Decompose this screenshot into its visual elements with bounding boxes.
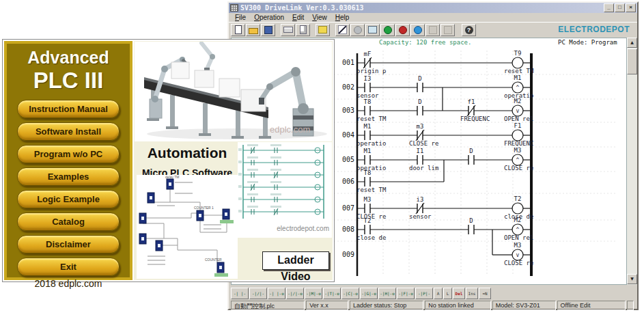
promo-button-catalog[interactable]: Catalog xyxy=(17,212,120,231)
transfer-button[interactable] xyxy=(365,24,380,36)
menu-edit[interactable]: Edit xyxy=(288,14,308,21)
svg-text:COUNTER: COUNTER xyxy=(205,258,222,262)
promo-button-exit[interactable]: Exit xyxy=(17,258,120,276)
print-button[interactable] xyxy=(281,24,295,36)
status-segment-0: 自動門控制.plc xyxy=(231,301,305,310)
screen: SV300 DriveLink Ver:0.3.030613 _ □ × Fil… xyxy=(0,0,644,317)
svg-text:I1: I1 xyxy=(417,148,424,154)
ladder-rung-009[interactable]: 009vM3CLOSE re xyxy=(342,242,533,266)
svg-text:FREQUENC: FREQUENC xyxy=(504,140,533,147)
svg-text:v: v xyxy=(516,108,520,114)
help-button[interactable]: ? xyxy=(462,24,476,36)
promo-button-logic-example[interactable]: Logic Example xyxy=(17,190,120,208)
promo-button-software-install[interactable]: Software Install xyxy=(17,122,120,141)
ladder-tool-del[interactable]: Del xyxy=(453,288,465,299)
menu-help[interactable]: Help xyxy=(331,14,354,21)
ladder-tool-mo[interactable]: -|M|-o xyxy=(305,288,322,299)
ladder-tool-fo[interactable]: -|F|-o xyxy=(397,288,415,299)
promo-button-disclaimer[interactable]: Disclaimer xyxy=(17,235,120,253)
ladder-rung-002[interactable]: 002I3sensorD^M1operatio xyxy=(342,74,533,111)
svg-text:i3: i3 xyxy=(417,196,424,203)
ladder-tool-to[interactable]: -|T|-o xyxy=(323,288,341,299)
open-button[interactable] xyxy=(246,24,260,36)
svg-text:OPEN rel: OPEN rel xyxy=(504,115,533,122)
svg-text:003: 003 xyxy=(342,107,354,114)
robot-photo: edplc.com xyxy=(135,42,332,141)
minimize-button[interactable]: _ xyxy=(604,3,614,12)
scroll-thumb[interactable] xyxy=(627,49,637,74)
ladder-element-toolbar: -| |--|/|--| |-o-|/|-o-|M|-o-|T|-o-|C|-o… xyxy=(231,287,492,300)
close-button[interactable]: × xyxy=(626,3,636,12)
ladder-tool-go[interactable]: -|G|-o xyxy=(360,288,378,299)
svg-text:sensor: sensor xyxy=(409,213,432,220)
ladder-tool-[interactable]: -| |- xyxy=(231,288,249,299)
svg-text:009: 009 xyxy=(342,251,354,258)
ladder-tool-l[interactable]: L xyxy=(443,288,452,299)
svg-text:operatio: operatio xyxy=(356,165,386,171)
monitor-blue-button[interactable] xyxy=(410,24,425,36)
ladder-tool-co[interactable]: -|C|-o xyxy=(341,288,359,299)
promo-footer: 2018 edplc.com xyxy=(35,278,102,289)
disabled-button-1[interactable] xyxy=(425,24,440,36)
ladder-tool-ins[interactable]: Ins xyxy=(466,288,478,299)
ladder-rung-003[interactable]: 003T8reset TMDf1FREQUENCvM2OPEN rel xyxy=(342,98,533,122)
promo-window: Advanced PLC III Instruction ManualSoftw… xyxy=(2,39,335,282)
status-segment-1: Ver x.x xyxy=(306,301,348,310)
save-button[interactable] xyxy=(261,24,275,36)
promo-button-program-w-o-pc[interactable]: Program w/o PC xyxy=(17,145,120,163)
run-green-button[interactable] xyxy=(380,24,395,36)
vertical-scrollbar[interactable]: ▲ ▼ xyxy=(627,38,637,285)
stop-gray-button[interactable] xyxy=(350,24,365,36)
ladder-tool-n[interactable]: =N xyxy=(479,288,491,299)
ladder-rung-005[interactable]: 005M1operatioI1door limD^M3CLOSE re xyxy=(342,147,533,171)
ladder-tool-ho[interactable]: -|H|-o xyxy=(378,288,396,299)
maximize-button[interactable]: □ xyxy=(615,3,625,12)
preview-button[interactable] xyxy=(296,24,310,36)
new-button[interactable] xyxy=(231,24,245,36)
promo-button-examples[interactable]: Examples xyxy=(17,167,120,186)
svg-text:OPEN rel: OPEN rel xyxy=(504,234,533,241)
ladder-tool-o[interactable]: -|/|-o xyxy=(286,288,304,299)
promo-button-instruction-manual[interactable]: Instruction Manual xyxy=(17,100,120,118)
svg-text:T2: T2 xyxy=(514,195,522,202)
ladder-rung-008[interactable]: 008T2close deD^M2OPEN rel xyxy=(342,217,533,255)
ladder-rung-001[interactable]: 001mForigin pT9reset TM xyxy=(342,50,534,74)
svg-text:D: D xyxy=(418,75,421,82)
ladder-tool-[interactable]: -|/|- xyxy=(249,288,267,299)
status-segment-6 xyxy=(627,301,634,310)
svg-text:007: 007 xyxy=(342,204,354,212)
photo-caption: edplc.com xyxy=(270,124,310,135)
pc-mode-label: PC Mode: Program xyxy=(558,39,617,46)
scroll-up-button[interactable]: ▲ xyxy=(627,38,637,48)
help-icon: ? xyxy=(465,26,473,34)
open-icon xyxy=(249,28,258,34)
monitor-blue-icon xyxy=(414,26,422,34)
transfer-icon xyxy=(368,26,377,33)
svg-text:operatio: operatio xyxy=(356,140,386,147)
svg-text:T2: T2 xyxy=(364,217,372,224)
line-tool-button[interactable] xyxy=(335,24,350,36)
ladder-rung-007[interactable]: 007M3CLOSE rei3sensorT2close de xyxy=(342,195,533,220)
disabled-icon-1 xyxy=(429,26,437,34)
save-icon xyxy=(264,26,272,34)
menu-view[interactable]: View xyxy=(308,14,331,21)
scroll-down-button[interactable]: ▼ xyxy=(627,274,637,284)
ladder-tool-o[interactable]: -| |-o xyxy=(268,288,285,299)
ladder-tool-p[interactable]: -|P|- xyxy=(415,288,433,299)
ladder-video-button[interactable]: Ladder Video xyxy=(262,251,329,270)
disabled-button-2[interactable] xyxy=(440,24,455,36)
export-button[interactable] xyxy=(316,24,330,36)
stop-red-button[interactable] xyxy=(395,24,410,36)
menu-operation[interactable]: Operation xyxy=(250,14,288,21)
ladder-tool-a[interactable]: A xyxy=(434,288,443,299)
titlebar[interactable]: SV300 DriveLink Ver:0.3.030613 _ □ × xyxy=(229,3,637,13)
svg-text:T8: T8 xyxy=(364,169,372,176)
menu-file[interactable]: File xyxy=(231,14,250,21)
export-icon xyxy=(318,26,327,33)
svg-text:D: D xyxy=(469,148,473,154)
svg-text:M1: M1 xyxy=(364,148,372,154)
svg-text:M1: M1 xyxy=(514,74,522,81)
status-segment-3: No station linked xyxy=(425,301,491,310)
ladder-rung-004[interactable]: 004M1operatiom3CLOSE reF1FREQUENC xyxy=(342,122,533,147)
svg-text:reset TM: reset TM xyxy=(356,115,387,122)
